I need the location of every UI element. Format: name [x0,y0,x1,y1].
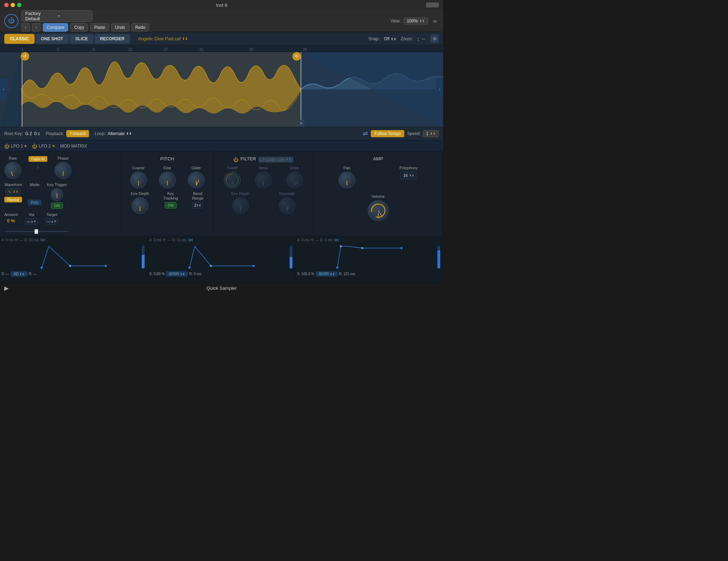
playback-bar: Root Key: G 2 0 c Playback: Forward Loop… [0,127,443,140]
status-title: Quick Sampler [206,285,236,291]
amount-value[interactable]: 0 % [7,218,15,223]
filter-power-icon[interactable]: ⏻ [233,157,238,163]
root-key-value[interactable]: G 2 [25,131,32,136]
lfo1-power-icon[interactable]: ⏻ [4,143,9,149]
rate-knob[interactable] [4,162,21,179]
bend-range-value[interactable]: 2 ⬆⬇ [192,202,203,209]
amp-env-canvas[interactable] [297,243,442,271]
pitch-env-type[interactable]: S: — AD ⬆⬇ R: — [1,271,146,277]
on-button[interactable]: ON [51,202,63,209]
target-value[interactable]: —▲▼ [45,218,58,225]
phase-knob[interactable] [54,162,72,179]
amount-slider[interactable] [4,231,68,232]
waveform-select[interactable]: ∿ ⬆⬇ [5,188,21,195]
key-tracking-button[interactable]: ON [165,202,177,209]
phase-label: Phase [58,156,69,160]
snap-value[interactable]: Off ⬆⬇ [384,36,396,41]
preset-dropdown[interactable]: Factory Default ▾ [21,10,93,22]
key-trigger-knob[interactable] [51,188,63,201]
paste-button[interactable]: Paste [90,23,109,32]
minimize-light[interactable] [11,3,15,7]
keyscale-knob[interactable] [279,197,296,214]
filter-env-depth-knob[interactable] [232,197,249,214]
undo-button[interactable]: Undo [111,23,129,32]
drive-knob[interactable] [286,171,303,189]
zoom-width-icon[interactable]: ↔ [421,36,426,42]
filter-type-select[interactable]: LP 12dB Lush ⬆⬇ [258,157,293,163]
fine-knob[interactable] [159,171,176,189]
lfo2-power-icon[interactable]: ⏻ [32,143,37,149]
reso-group: Reso [255,166,272,189]
tab-classic[interactable]: CLASSIC [4,34,35,44]
follow-tempo-button[interactable]: Follow Tempo [371,130,404,137]
env-depth-knob[interactable] [131,197,149,214]
amp-env-vel-fill [437,250,440,268]
lfo2-item[interactable]: ⏻ LFO 2 [32,143,54,149]
via-value[interactable]: —▲▼ [25,218,38,225]
tab-recorder[interactable]: RECORDER [94,34,130,44]
nav-forward-button[interactable]: › [32,23,41,32]
fade-in-button[interactable]: Fade In [28,156,47,162]
waveform-display[interactable]: ‹ ↺ ↻ [0,52,443,127]
amp-env-type[interactable]: S: 100.0 % ADSR ⬆⬇ R: 131 ms [297,271,442,277]
loop-mode-group: Loop: Alternate ⬆⬇ [95,131,132,136]
cutoff-knob[interactable] [224,171,241,189]
svg-point-21 [400,247,402,249]
sample-name-display[interactable]: Angelic Dive Pad.caf ⬆⬇ [138,36,188,41]
mod-matrix-item[interactable]: MOD MATRIX [60,144,87,149]
root-cents-value[interactable]: 0 c [34,131,40,136]
pitch-env-canvas[interactable] [1,243,146,271]
redo-button[interactable]: Redo [131,23,150,32]
scroll-right-button[interactable]: › [436,79,443,100]
view-value[interactable]: 100% ⬆⬇ [404,17,428,25]
compare-button[interactable]: Compare [43,23,68,32]
reso-label: Reso [259,166,268,170]
zoom-height-icon[interactable]: ↕ [417,36,420,42]
loop-arrows-icon[interactable]: ⇌ [363,130,368,138]
filter-section: ⏻ FILTER LP 12dB Lush ⬆⬇ Cutoff Reso [214,152,313,236]
coarse-knob[interactable] [130,171,147,189]
slider-thumb[interactable] [35,229,38,234]
poly-button[interactable]: Poly [28,200,41,205]
tab-slice[interactable]: SLICE [69,34,93,44]
glide-knob[interactable] [188,171,205,189]
settings-gear-icon[interactable]: ⚙ [430,35,439,43]
controls-area: ⏻ LFO 1 ⏻ LFO 2 MOD MATRIX Rate Fade In [0,140,443,283]
playback-mode-button[interactable]: Forward [66,130,89,137]
snap-label: Snap: [368,36,379,41]
bipolar-button[interactable]: Bipolar [4,197,22,202]
ruler-tick: 13 [128,48,132,52]
copy-button[interactable]: Copy [70,23,88,32]
note-icon[interactable]: ♪ [37,164,39,170]
fade-note-group: Fade In ♪ [28,156,47,179]
link-icon[interactable]: ∞ [431,17,439,25]
power-button[interactable]: ⏻ [4,14,19,28]
scroll-left-button[interactable]: ‹ [0,79,7,100]
filter-env-canvas[interactable] [149,243,294,271]
pitch-env-vel-bar [142,246,145,268]
pan-knob[interactable] [338,171,355,189]
loop-end-badge[interactable]: ↻ [292,52,301,61]
slider-track [4,231,68,232]
tab-one-shot[interactable]: ONE SHOT [35,34,69,44]
nav-back-button[interactable]: ‹ [21,23,30,32]
loop-close-button[interactable]: ✕ [297,120,305,127]
reso-knob[interactable] [255,171,272,189]
volume-knob[interactable] [368,200,389,221]
pitch-env-a: A: 0 ms [1,238,14,242]
svg-point-15 [188,267,191,269]
lfo1-item[interactable]: ⏻ LFO 1 [4,143,26,149]
maximize-light[interactable] [17,3,21,7]
close-light[interactable] [4,3,9,7]
window-control[interactable] [426,2,439,7]
speed-value[interactable]: 1 ⬆⬇ [423,130,439,137]
polyphony-value[interactable]: 16 ⬆⬇ [400,171,417,179]
volume-knob-svg [368,200,388,221]
filter-env-type[interactable]: S: 0.00 % ADSR ⬆⬇ R: 0 ms [149,271,294,277]
zoom-controls[interactable]: ↕ ↔ [417,36,426,42]
loop-mode-value[interactable]: Alternate ⬆⬇ [108,131,132,136]
play-button[interactable]: ▶ [4,285,9,292]
cutoff-label: Cutoff [227,166,237,170]
snap-zoom-controls: Snap: Off ⬆⬇ Zoom: ↕ ↔ ⚙ [368,35,439,43]
loop-start-badge[interactable]: ↺ [21,52,29,61]
